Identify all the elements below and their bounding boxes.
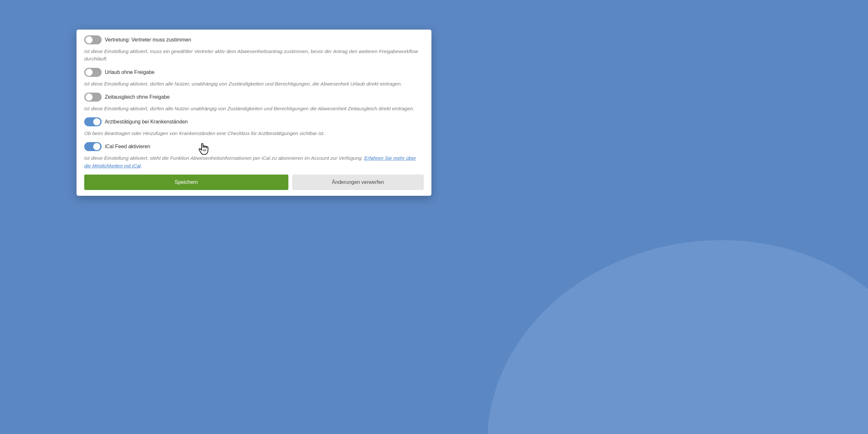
setting-label: Arztbestätigung bei Krankenständen	[105, 119, 188, 125]
discard-button[interactable]: Änderungen verwerfen	[292, 175, 424, 190]
setting-description: Ist diese Einstellung aktiviert, dürfen …	[84, 80, 424, 88]
toggle-zeitausgleich[interactable]	[84, 93, 101, 101]
setting-description: Ob beim Beantragen oder Hinzufügen von K…	[84, 129, 424, 137]
toggle-urlaub[interactable]	[84, 68, 101, 77]
save-button[interactable]: Speichern	[84, 175, 288, 190]
toggle-knob	[86, 94, 93, 101]
setting-description: Ist diese Einstellung aktiviert, dürfen …	[84, 105, 424, 112]
setting-ical: iCal Feed aktivieren	[84, 142, 424, 151]
setting-description-text: Ist diese Einstellung aktiviert, steht d…	[84, 155, 364, 161]
setting-label: iCal Feed aktivieren	[105, 144, 150, 150]
toggle-ical[interactable]	[84, 142, 101, 151]
settings-card: Vertretung: Vertreter muss zustimmen Ist…	[76, 30, 431, 196]
setting-urlaub: Urlaub ohne Freigabe	[84, 68, 424, 77]
toggle-knob	[86, 36, 93, 43]
setting-label: Vertretung: Vertreter muss zustimmen	[105, 37, 191, 43]
setting-description: Ist diese Einstellung aktiviert, muss ei…	[84, 48, 424, 63]
toggle-vertretung[interactable]	[84, 35, 101, 44]
toggle-arztbestaetigung[interactable]	[84, 117, 101, 126]
toggle-knob	[86, 69, 93, 76]
button-row: Speichern Änderungen verwerfen	[84, 175, 424, 190]
setting-label: Urlaub ohne Freigabe	[105, 69, 155, 75]
setting-arztbestaetigung: Arztbestätigung bei Krankenständen	[84, 117, 424, 126]
background-swoop	[462, 211, 868, 434]
setting-vertretung: Vertretung: Vertreter muss zustimmen	[84, 35, 424, 44]
setting-zeitausgleich: Zeitausgleich ohne Freigabe	[84, 93, 424, 101]
toggle-knob	[93, 118, 100, 125]
toggle-knob	[93, 143, 100, 150]
setting-description-trailing: .	[141, 163, 142, 168]
setting-description: Ist diese Einstellung aktiviert, steht d…	[84, 154, 424, 169]
setting-label: Zeitausgleich ohne Freigabe	[105, 94, 170, 100]
